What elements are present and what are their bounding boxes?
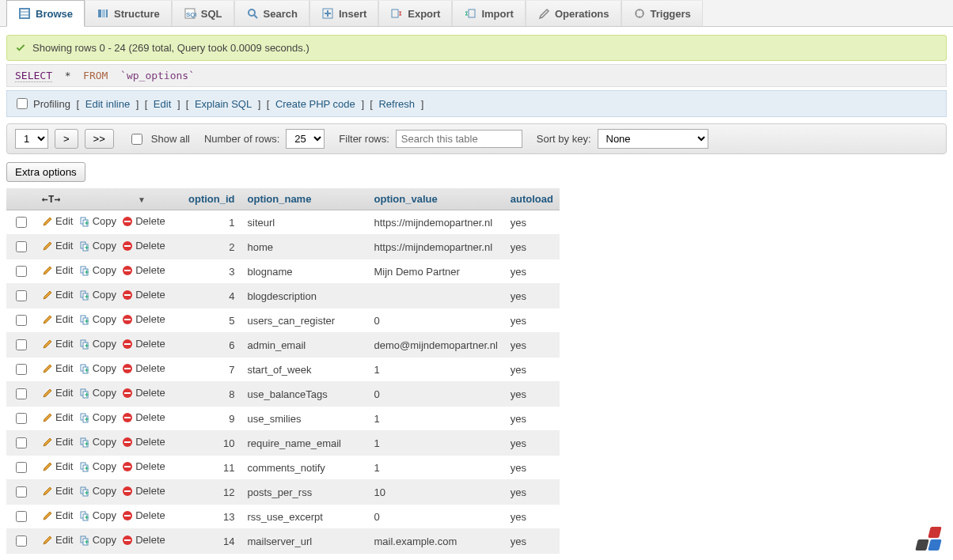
edit-row-link[interactable]: Edit (42, 264, 73, 276)
tab-import[interactable]: Import (452, 0, 525, 26)
edit-row-link[interactable]: Edit (42, 436, 73, 448)
tab-triggers[interactable]: Triggers (621, 0, 703, 26)
edit-row-link[interactable]: Edit (42, 338, 73, 350)
tab-search[interactable]: Search (234, 0, 309, 26)
row-checkbox[interactable] (16, 413, 27, 424)
row-checkbox[interactable] (16, 339, 27, 350)
cell-option-id: 13 (182, 505, 241, 529)
operations-icon (537, 7, 550, 20)
explain-sql-link[interactable]: Explain SQL (195, 98, 252, 110)
next-page-button[interactable]: > (55, 129, 78, 149)
svg-rect-39 (124, 294, 131, 296)
page-select[interactable]: 1 (15, 129, 48, 149)
copy-row-link[interactable]: Copy (79, 411, 116, 423)
delete-row-link[interactable]: Delete (122, 313, 165, 325)
row-checkbox[interactable] (16, 364, 27, 375)
cell-option-value: demo@mijndemopartner.nl (368, 333, 504, 358)
edit-row-link[interactable]: Edit (42, 509, 73, 521)
edit-row-link[interactable]: Edit (42, 460, 73, 472)
delete-row-link[interactable]: Delete (122, 338, 165, 350)
row-checkbox[interactable] (16, 535, 27, 547)
delete-row-link[interactable]: Delete (122, 534, 165, 546)
copy-row-link[interactable]: Copy (79, 215, 116, 227)
copy-row-link[interactable]: Copy (79, 460, 116, 472)
cell-option-value: https://mijndemopartner.nl (368, 210, 504, 235)
cell-option-value: Mijn Demo Partner (368, 259, 504, 284)
tab-operations[interactable]: Operations (526, 0, 621, 26)
sort-by-key-select[interactable]: None (598, 129, 708, 149)
refresh-link[interactable]: Refresh (378, 98, 415, 110)
delete-row-link[interactable]: Delete (122, 509, 165, 521)
copy-row-link[interactable]: Copy (79, 485, 116, 497)
row-checkbox[interactable] (16, 315, 27, 326)
cell-autoload: yes (504, 431, 560, 456)
row-checkbox[interactable] (16, 462, 27, 473)
cell-autoload: yes (504, 284, 560, 308)
last-page-button[interactable]: >> (85, 129, 114, 149)
copy-row-link[interactable]: Copy (79, 509, 116, 521)
edit-row-link[interactable]: Edit (42, 289, 73, 301)
copy-row-link[interactable]: Copy (79, 387, 116, 399)
cell-option-id: 15 (182, 554, 241, 561)
delete-row-link[interactable]: Delete (122, 215, 165, 227)
delete-row-link[interactable]: Delete (122, 460, 165, 472)
edit-row-link[interactable]: Edit (42, 485, 73, 497)
tab-structure[interactable]: Structure (85, 0, 172, 26)
cell-option-name: blogname (241, 259, 368, 284)
copy-row-link[interactable]: Copy (79, 289, 116, 301)
extra-options-button[interactable]: Extra options (6, 162, 85, 182)
delete-row-link[interactable]: Delete (122, 436, 165, 448)
edit-row-link[interactable]: Edit (42, 215, 73, 227)
edit-row-link[interactable]: Edit (42, 387, 73, 399)
delete-row-link[interactable]: Delete (122, 240, 165, 252)
tab-insert[interactable]: Insert (309, 0, 378, 26)
copy-row-link[interactable]: Copy (79, 313, 116, 325)
profiling-checkbox[interactable] (17, 98, 28, 109)
copy-row-link[interactable]: Copy (79, 264, 116, 276)
delete-row-link[interactable]: Delete (122, 362, 165, 374)
row-checkbox[interactable] (16, 437, 27, 448)
col-header-autoload[interactable]: autoload (511, 193, 553, 205)
edit-row-link[interactable]: Edit (42, 534, 73, 546)
delete-row-link[interactable]: Delete (122, 387, 165, 399)
number-of-rows-label: Number of rows: (204, 133, 279, 145)
edit-row-link[interactable]: Edit (42, 411, 73, 423)
copy-row-link[interactable]: Copy (79, 534, 116, 546)
tab-sql[interactable]: SQLSQL (172, 0, 234, 26)
tab-export[interactable]: Export (378, 0, 452, 26)
col-header-option-name[interactable]: option_name (248, 193, 312, 205)
delete-row-link[interactable]: Delete (122, 411, 165, 423)
copy-row-link[interactable]: Copy (79, 436, 116, 448)
row-checkbox[interactable] (16, 217, 27, 228)
tab-label: Structure (114, 8, 160, 20)
edit-row-link[interactable]: Edit (42, 362, 73, 374)
row-checkbox[interactable] (16, 511, 27, 522)
filter-rows-input[interactable] (396, 130, 522, 148)
sql-from: FROM (83, 70, 108, 81)
number-of-rows-select[interactable]: 25 (286, 129, 325, 149)
row-checkbox[interactable] (16, 290, 27, 301)
filter-rows-label: Filter rows: (339, 133, 389, 145)
row-checkbox[interactable] (16, 241, 27, 252)
col-header-option-id[interactable]: option_id (188, 193, 235, 205)
delete-row-link[interactable]: Delete (122, 485, 165, 497)
sort-by-key-label: Sort by key: (537, 133, 591, 145)
sort-dropdown-icon[interactable]: ▼ (138, 195, 146, 204)
edit-row-link[interactable]: Edit (42, 313, 73, 325)
row-checkbox[interactable] (16, 486, 27, 498)
create-php-link[interactable]: Create PHP code (275, 98, 355, 110)
delete-row-link[interactable]: Delete (122, 289, 165, 301)
edit-row-link[interactable]: Edit (42, 240, 73, 252)
copy-row-link[interactable]: Copy (79, 240, 116, 252)
row-checkbox[interactable] (16, 266, 27, 277)
show-all-checkbox[interactable] (131, 134, 142, 145)
tab-browse[interactable]: Browse (6, 0, 85, 27)
edit-inline-link[interactable]: Edit inline (85, 98, 130, 110)
edit-link[interactable]: Edit (154, 98, 171, 110)
copy-row-link[interactable]: Copy (79, 362, 116, 374)
copy-row-link[interactable]: Copy (79, 338, 116, 350)
copy-label: Copy (93, 362, 116, 374)
col-header-option-value[interactable]: option_value (374, 193, 438, 205)
row-checkbox[interactable] (16, 388, 27, 399)
delete-row-link[interactable]: Delete (122, 264, 165, 276)
